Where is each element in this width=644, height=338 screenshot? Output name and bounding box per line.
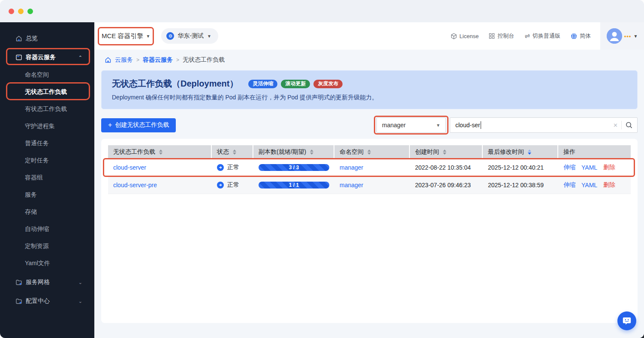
scale-action[interactable]: 伸缩 [563, 164, 575, 171]
switch-standard-link[interactable]: ⇌ 切换普通版 [524, 32, 560, 40]
switch-icon: ⇌ [524, 32, 530, 40]
support-chat-button[interactable] [617, 311, 636, 330]
clear-search-icon[interactable]: ✕ [611, 122, 620, 129]
namespace-select[interactable]: manager ▼ [376, 117, 446, 133]
sidebar-item-autoscale[interactable]: 自动伸缩 [0, 220, 94, 237]
sidebar-group-label: 容器云服务 [26, 54, 56, 61]
cluster-switcher[interactable]: ⚙ 华东-测试 ▼ [161, 28, 218, 44]
locale-link[interactable]: 简体 [571, 32, 591, 40]
sidebar-nav: 总览 容器云服务 ⌃ 命名空间 无状态工作负载 有状态工作负载 守护进程集 普通… [0, 22, 94, 338]
breadcrumb-item-current: 无状态工作负载 [183, 56, 225, 64]
console-link[interactable]: 控制台 [489, 32, 514, 40]
chevron-down-icon: ▼ [436, 123, 440, 128]
column-header-status: 状态 [212, 145, 253, 159]
license-link[interactable]: License [451, 33, 479, 39]
page-banner: 无状态工作负载（Deployment） 灵活伸缩 滚动更新 灰度发布 Deplo… [101, 70, 638, 109]
namespace-link[interactable]: manager [340, 182, 363, 188]
breadcrumb-separator: > [176, 57, 179, 63]
column-header-modified: 最后修改时间 [483, 145, 558, 159]
created-time: 2022-08-22 10:35:04 [410, 159, 483, 176]
globe-icon [571, 33, 577, 39]
ellipsis-icon: ••• [624, 33, 632, 39]
breadcrumb-item-cloud-services[interactable]: 云服务 [115, 56, 133, 64]
create-deployment-label: 创建无状态工作负载 [115, 121, 169, 129]
workload-name-link[interactable]: cloud-server [113, 164, 146, 171]
chevron-down-icon: ▼ [633, 34, 638, 39]
delete-action[interactable]: 删除 [603, 181, 615, 189]
yaml-action[interactable]: YAML [581, 182, 597, 188]
console-icon [489, 33, 495, 39]
create-deployment-button[interactable]: + 创建无状态工作负载 [101, 118, 176, 132]
sidebar-item-service[interactable]: 服务 [0, 186, 94, 203]
sort-icon[interactable] [367, 150, 371, 155]
sidebar-item-overview[interactable]: 总览 [0, 30, 94, 47]
sidebar-item-pod[interactable]: 容器组 [0, 169, 94, 186]
sidebar-item-label: 总览 [26, 35, 38, 42]
chevron-down-icon: ⌄ [78, 280, 82, 285]
sidebar-item-deployment[interactable]: 无状态工作负载 [0, 83, 94, 100]
modified-time: 2025-12-12 00:38:59 [483, 176, 558, 194]
text-cursor [481, 121, 481, 129]
sidebar-item-statefulset[interactable]: 有状态工作负载 [0, 100, 94, 117]
sidebar-group-config-center[interactable]: 配置中心 ⌄ [0, 293, 94, 310]
sidebar-group-label: 服务网格 [26, 278, 50, 286]
scale-action[interactable]: 伸缩 [563, 181, 575, 189]
status-text: 正常 [227, 181, 239, 189]
minimize-window-button[interactable] [18, 9, 24, 14]
sidebar-item-storage[interactable]: 存储 [0, 203, 94, 220]
sidebar-item-custom-resource[interactable]: 定制资源 [0, 237, 94, 254]
traffic-lights [9, 9, 33, 14]
breadcrumb-separator: > [136, 57, 139, 63]
search-input[interactable]: cloud-ser ✕ [450, 117, 638, 133]
avatar [607, 28, 622, 44]
sidebar-item-namespace[interactable]: 命名空间 [0, 66, 94, 83]
sort-icon[interactable] [159, 150, 163, 155]
user-menu[interactable]: ••• ▼ [600, 22, 644, 50]
sidebar-item-job[interactable]: 普通任务 [0, 135, 94, 152]
sort-icon-active[interactable] [528, 150, 531, 155]
sidebar-item-cronjob[interactable]: 定时任务 [0, 152, 94, 169]
product-menu-label: MCE 容器引擎 [102, 32, 144, 40]
table-row: cloud-server-pre 正常 1 / 1 manager 2023-0… [108, 176, 631, 194]
workload-name-link[interactable]: cloud-server-pre [113, 182, 157, 188]
chat-smiley-icon [622, 316, 632, 326]
page-title: 无状态工作负载（Deployment） [112, 78, 238, 90]
top-navbar: MCE 容器引擎 ▼ ⚙ 华东-测试 ▼ License [94, 22, 644, 50]
close-window-button[interactable] [9, 9, 14, 14]
sidebar-group-service-mesh[interactable]: 服务网格 ⌄ [0, 274, 94, 291]
sidebar-item-yaml-file[interactable]: Yaml文件 [0, 254, 94, 272]
zoom-window-button[interactable] [27, 9, 33, 14]
yaml-action[interactable]: YAML [581, 164, 597, 171]
sort-icon[interactable] [233, 150, 236, 155]
delete-action[interactable]: 删除 [603, 164, 615, 171]
replica-progress-bar: 3 / 3 [259, 164, 329, 171]
breadcrumb-item-container-cloud[interactable]: 容器云服务 [143, 56, 173, 64]
created-time: 2023-07-26 09:46:23 [410, 176, 483, 194]
switch-standard-label: 切换普通版 [533, 32, 560, 40]
sort-icon[interactable] [310, 150, 313, 155]
sidebar-group-label: 配置中心 [26, 297, 50, 305]
badge-rolling-update: 滚动更新 [281, 80, 310, 88]
plus-icon: + [108, 121, 112, 129]
column-header-replicas: 副本数(就绪/期望) [253, 145, 334, 159]
sidebar-item-daemonset[interactable]: 守护进程集 [0, 117, 94, 135]
cluster-label: 华东-测试 [178, 32, 204, 40]
chevron-down-icon: ⌄ [78, 299, 82, 304]
product-menu-dropdown[interactable]: MCE 容器引擎 ▼ [102, 32, 150, 40]
home-icon[interactable] [105, 57, 111, 63]
namespace-link[interactable]: manager [340, 164, 363, 171]
search-icon[interactable] [625, 121, 633, 129]
chevron-down-icon: ▼ [207, 34, 211, 39]
breadcrumb: 云服务 > 容器云服务 > 无状态工作负载 [94, 50, 644, 70]
search-input-value: cloud-ser [455, 122, 480, 129]
sort-icon[interactable] [443, 150, 446, 155]
page-description: Deployment 确保任何时间都有指定数量的 Pod 副本在运行，并为 Po… [112, 94, 627, 102]
app-window: 总览 容器云服务 ⌃ 命名空间 无状态工作负载 有状态工作负载 守护进程集 普通… [0, 0, 644, 338]
console-label: 控制台 [497, 32, 514, 40]
status-running-icon [217, 164, 224, 171]
chevron-up-icon: ⌃ [78, 55, 82, 60]
home-icon [15, 35, 22, 42]
badge-flex-scale: 灵活伸缩 [248, 80, 277, 88]
column-header-namespace: 命名空间 [334, 145, 410, 159]
sidebar-group-container-cloud[interactable]: 容器云服务 ⌃ [0, 49, 94, 66]
